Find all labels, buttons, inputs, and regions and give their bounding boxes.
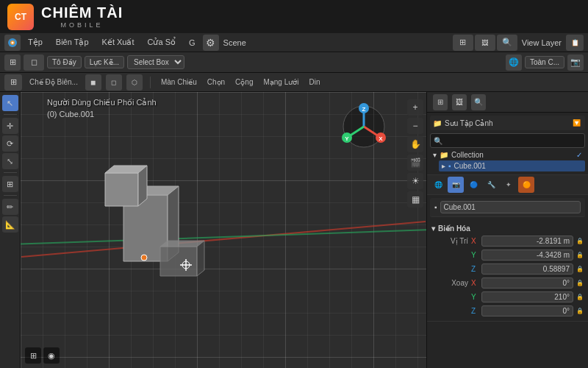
prop-icon-physics[interactable]: 🟠 xyxy=(518,177,534,193)
blender-icon[interactable] xyxy=(4,35,21,51)
overlay-item-3[interactable]: Cộng xyxy=(232,77,256,88)
menu-window[interactable]: Cửa Sổ xyxy=(142,36,182,49)
rot-y-axis: Y xyxy=(471,293,478,301)
transform-expand-icon: ▾ xyxy=(431,224,435,233)
viewport-render-mode[interactable]: ◻ xyxy=(24,54,44,71)
loc-x-value[interactable]: -2.8191 m xyxy=(481,236,573,247)
rot-x-lock[interactable]: 🔒 xyxy=(576,280,584,286)
outliner-collection-item[interactable]: ▾ 📁 Collection ✓ xyxy=(430,149,585,160)
viewport-right-buttons: + − ✋ 🎬 ☀ ▦ xyxy=(407,99,423,208)
panel-editor-icon[interactable]: ⊞ xyxy=(433,94,448,110)
view-layer-label: View Layer xyxy=(519,38,564,47)
prop-location-z-row: Z 0.58897 🔒 xyxy=(431,262,584,276)
transform-header[interactable]: ▾ Biến Hóa xyxy=(431,223,584,234)
prop-icon-world[interactable]: 🌐 xyxy=(430,177,446,193)
camera-btn[interactable]: 🎬 xyxy=(407,155,423,171)
pan-btn[interactable]: ✋ xyxy=(407,136,423,152)
camera-persp-icon[interactable]: 📷 xyxy=(567,54,584,71)
rot-z-value[interactable]: 0° xyxy=(481,305,573,316)
rot-y-value[interactable]: 210° xyxy=(481,291,573,302)
viewport-cube-name-label: (0) Cube.001 xyxy=(47,110,94,118)
loc-y-value[interactable]: -4.3428 m xyxy=(481,250,573,261)
mode-selector[interactable]: Chế Độ Biên... xyxy=(26,77,81,88)
tool-scale[interactable]: ⤡ xyxy=(2,153,18,169)
tool-rotate[interactable]: ⟳ xyxy=(2,135,18,152)
search-topbar-icon[interactable]: 🔍 xyxy=(497,35,517,51)
view-layer-copy-icon[interactable]: 📋 xyxy=(566,35,584,51)
obj-icon: ▪ xyxy=(434,203,437,211)
outliner-object-item[interactable]: ▸ ▪ Cube.001 xyxy=(439,160,585,171)
panel-render-icon[interactable]: 🖼 xyxy=(452,94,467,110)
loc-z-value[interactable]: 0.58897 xyxy=(481,263,573,275)
tool-move[interactable]: ✛ xyxy=(2,118,18,134)
tool-transform[interactable]: ⊞ xyxy=(2,176,18,192)
overlay-item-4[interactable]: Mạng Lưới xyxy=(260,77,301,88)
collection-visibility-check[interactable]: ✓ xyxy=(576,151,582,159)
loc-z-axis: Z xyxy=(471,265,478,273)
prop-icon-modifier[interactable]: 🔵 xyxy=(465,177,481,193)
overlay-item-5[interactable]: Din xyxy=(306,77,323,88)
menu-edit[interactable]: Biên Tập xyxy=(50,36,95,49)
shade-wire-btn[interactable]: Lực Kẽ... xyxy=(85,56,124,68)
viewport-overlay-btn[interactable]: ◉ xyxy=(43,347,60,364)
view-full-btn[interactable]: Toàn C... xyxy=(525,56,564,68)
preferences-icon[interactable]: ⚙ xyxy=(203,35,219,51)
layout-icon[interactable]: ⊞ xyxy=(453,35,473,51)
axis-gizmo[interactable]: Z X Y xyxy=(338,101,390,152)
mesh-icon-3[interactable]: ⬡ xyxy=(126,74,143,91)
svg-point-2 xyxy=(12,41,14,43)
panel-search-icon[interactable]: 🔍 xyxy=(471,94,486,110)
prop-icon-particles[interactable]: ✦ xyxy=(501,177,517,193)
outliner-title: Sưu Tập Cảnh xyxy=(445,119,493,127)
logo-text-group: CHIÊM TÀI MOBILE xyxy=(41,4,123,29)
panel-header: ⊞ 🖼 🔍 xyxy=(427,92,588,113)
prop-icon-material[interactable]: 🔧 xyxy=(483,177,499,193)
collection-label: Collection xyxy=(451,151,484,159)
rot-x-value[interactable]: 0° xyxy=(481,277,573,289)
tool-select[interactable]: ↖ xyxy=(2,95,18,111)
viewport-menu-btn[interactable]: ⊞ xyxy=(25,347,41,364)
svg-text:X: X xyxy=(379,135,383,142)
viewport-perspective-label: Người Dùng Chiếu Phối Cảnh xyxy=(47,98,157,107)
svg-marker-11 xyxy=(197,241,204,276)
viewport-3d[interactable]: Người Dùng Chiếu Phối Cảnh (0) Cube.001 xyxy=(21,92,426,368)
tool-measure[interactable]: 📐 xyxy=(2,216,18,233)
tool-divider-2 xyxy=(4,172,17,173)
mesh-icon-2[interactable]: ◻ xyxy=(106,74,122,91)
zoom-in-btn[interactable]: + xyxy=(407,99,423,116)
overlay-item-2[interactable]: Chọn xyxy=(204,77,228,88)
global-local-icon[interactable]: 🌐 xyxy=(506,54,522,71)
rot-z-axis: Z xyxy=(471,307,478,315)
left-toolbar: ↖ ✛ ⟳ ⤡ ⊞ ✏ 📐 xyxy=(0,92,21,368)
mesh-icon-1[interactable]: ◼ xyxy=(85,74,101,91)
menu-g[interactable]: G xyxy=(183,37,201,49)
loc-z-lock[interactable]: 🔒 xyxy=(576,266,584,272)
properties-panel: ⊞ 🖼 🔍 📁 Sưu Tập Cảnh 🔽 ▾ 📁 Collection ✓ xyxy=(426,92,588,368)
menu-render[interactable]: Kết Xuất xyxy=(96,36,140,49)
rot-z-lock[interactable]: 🔒 xyxy=(576,308,584,314)
shade-fill-btn[interactable]: Tô Đầy xyxy=(47,56,82,68)
loc-y-lock[interactable]: 🔒 xyxy=(576,252,584,258)
menu-file[interactable]: Tệp xyxy=(22,36,49,49)
editor-type-icon[interactable]: ⊞ xyxy=(4,54,21,71)
grid-btn[interactable]: ▦ xyxy=(407,191,423,208)
loc-x-axis: X xyxy=(471,237,478,245)
prop-icon-object[interactable]: 📷 xyxy=(448,177,464,193)
tool-annotate[interactable]: ✏ xyxy=(2,199,18,215)
outliner-filter-btn[interactable]: 🔽 xyxy=(570,117,582,129)
object-name-input[interactable] xyxy=(440,201,581,213)
outliner-search-input[interactable] xyxy=(430,133,585,148)
main-content: ↖ ✛ ⟳ ⤡ ⊞ ✏ 📐 Người Dùng Chiếu Phối Cảnh… xyxy=(0,92,588,368)
zoom-out-btn[interactable]: − xyxy=(407,118,423,134)
rot-y-lock[interactable]: 🔒 xyxy=(576,294,584,300)
overlay-item-1[interactable]: Màn Chiếu xyxy=(158,77,200,88)
select-box-dropdown[interactable]: Select Box xyxy=(127,55,184,69)
svg-text:Y: Y xyxy=(345,135,349,142)
location-group-label: Vị Trí xyxy=(431,237,468,245)
render-icon[interactable]: 🖼 xyxy=(475,35,495,51)
sun-btn[interactable]: ☀ xyxy=(407,173,423,189)
scene-label: Scene xyxy=(220,38,249,47)
viewport-toolbar-2: ⊞ Chế Độ Biên... ◼ ◻ ⬡ Màn Chiếu Chọn Cộ… xyxy=(0,73,588,92)
loc-x-lock[interactable]: 🔒 xyxy=(576,238,584,244)
editor-sub-icon[interactable]: ⊞ xyxy=(4,74,22,91)
